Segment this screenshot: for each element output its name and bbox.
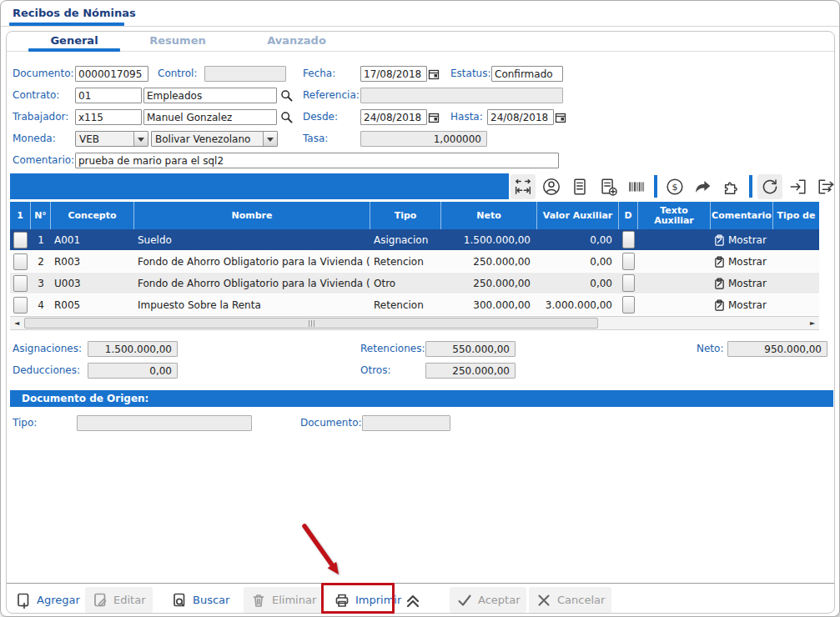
- comentario-input[interactable]: prueba de mario para el sql2: [75, 153, 559, 168]
- user-icon[interactable]: [539, 174, 564, 199]
- trabajador-name-input[interactable]: Manuel Gonzalez: [143, 109, 277, 125]
- mostrar-button[interactable]: Mostrar: [714, 278, 767, 289]
- moneda-label: Moneda:: [13, 131, 56, 147]
- agregar-button[interactable]: Agregar: [8, 587, 87, 613]
- buscar-button[interactable]: Buscar: [164, 587, 236, 613]
- puzzle-icon[interactable]: [719, 174, 744, 199]
- eliminar-button[interactable]: Eliminar: [244, 587, 323, 613]
- d-button[interactable]: [622, 296, 635, 314]
- d-button[interactable]: [622, 253, 635, 270]
- table-row[interactable]: 2 R003 Fondo de Ahorro Obligatorio para …: [10, 251, 819, 273]
- cell-tipo-de: [773, 251, 819, 272]
- currency-icon[interactable]: $: [662, 174, 687, 199]
- scrollbar-thumb[interactable]: [24, 318, 598, 329]
- row-selector-button[interactable]: [13, 253, 28, 270]
- aceptar-button[interactable]: Aceptar: [450, 587, 526, 613]
- forward-arrow-icon[interactable]: [691, 174, 716, 199]
- column-header-comentario[interactable]: Comentario: [711, 202, 773, 229]
- column-header-concepto[interactable]: Concepto: [51, 202, 134, 229]
- mostrar-button[interactable]: Mostrar: [714, 234, 767, 246]
- d-button[interactable]: [622, 274, 635, 292]
- estatus-label: Estatus:: [450, 66, 491, 82]
- column-header-tipo-de[interactable]: Tipo de: [773, 202, 819, 229]
- column-header-texto-auxiliar[interactable]: Texto Auxiliar: [638, 202, 711, 229]
- page-title: Recibos de Nóminas: [13, 7, 136, 19]
- origin-tipo-input[interactable]: [77, 415, 252, 431]
- row-selector-button[interactable]: [13, 297, 28, 314]
- trabajador-search-icon[interactable]: [280, 111, 293, 126]
- column-header-nombre[interactable]: Nombre: [134, 202, 370, 229]
- row-selector-cell: [10, 294, 31, 315]
- editar-button[interactable]: Editar: [85, 587, 153, 613]
- cell-comentario: Mostrar: [711, 294, 773, 315]
- tasa-input[interactable]: 1,000000: [360, 131, 487, 147]
- column-header-d[interactable]: D: [619, 202, 638, 229]
- trash-icon: [250, 592, 267, 609]
- close-icon: [536, 592, 552, 609]
- tab-avanzado[interactable]: Avanzado: [249, 34, 345, 47]
- referencia-input[interactable]: [360, 88, 563, 103]
- row-selector-cell: [10, 273, 31, 293]
- origin-documento-input[interactable]: [362, 415, 450, 431]
- mostrar-button[interactable]: Mostrar: [714, 299, 767, 311]
- fecha-input[interactable]: 17/08/2018: [360, 66, 427, 82]
- active-tab-underline: [28, 48, 120, 52]
- control-input[interactable]: [204, 66, 286, 82]
- eliminar-label: Eliminar: [272, 594, 316, 606]
- document-add-icon[interactable]: [596, 174, 621, 199]
- column-header-selector[interactable]: 1: [10, 202, 31, 229]
- column-header-valor-auxiliar[interactable]: Valor Auxiliar: [537, 202, 619, 229]
- moneda-name-select[interactable]: Bolivar Venezolano: [151, 131, 278, 147]
- column-header-num[interactable]: N°: [31, 202, 51, 229]
- scroll-left-arrow-icon[interactable]: ◄: [10, 317, 23, 329]
- column-header-neto[interactable]: Neto: [441, 202, 537, 229]
- documento-input[interactable]: 0000017095: [75, 66, 148, 82]
- deducciones-value: 0,00: [88, 363, 178, 379]
- barcode-icon[interactable]: [624, 174, 649, 199]
- tab-resumen[interactable]: Resumen: [132, 34, 224, 47]
- title-separator: [1, 26, 839, 27]
- chevron-down-icon[interactable]: [263, 132, 277, 146]
- contrato-name-input[interactable]: Empleados: [143, 88, 277, 103]
- import-icon[interactable]: [786, 174, 811, 199]
- cell-concepto: U003: [51, 273, 134, 293]
- cell-num: 2: [31, 251, 51, 272]
- agregar-label: Agregar: [37, 594, 80, 606]
- d-button[interactable]: [622, 231, 635, 248]
- otros-value: 250.000,00: [425, 363, 516, 379]
- column-header-tipo[interactable]: Tipo: [370, 202, 441, 229]
- row-selector-button[interactable]: [13, 275, 28, 292]
- fecha-calendar-icon[interactable]: [428, 68, 440, 83]
- table-row[interactable]: 1 A001 Sueldo Asignacion 1.500.000,00 0,…: [10, 229, 819, 251]
- collapse-toolbar-button[interactable]: [400, 587, 425, 613]
- document-icon[interactable]: [567, 174, 592, 199]
- moneda-code-select[interactable]: VEB: [75, 131, 148, 147]
- cell-comentario: Mostrar: [711, 229, 773, 250]
- scroll-right-arrow-icon[interactable]: ►: [806, 317, 819, 329]
- cancelar-button[interactable]: Cancelar: [529, 587, 611, 613]
- refresh-icon[interactable]: [757, 174, 782, 199]
- desde-input[interactable]: 24/08/2018: [360, 109, 427, 125]
- concepts-table: 1 N° Concepto Nombre Tipo Neto Valor Aux…: [10, 202, 819, 330]
- origin-section-header: Documento de Origen:: [10, 390, 833, 407]
- table-row[interactable]: 3 U003 Fondo de Ahorro Obligatorio para …: [10, 273, 819, 294]
- hasta-input[interactable]: 24/08/2018: [487, 109, 554, 125]
- cell-d: [619, 294, 638, 315]
- contrato-code-input[interactable]: 01: [75, 88, 142, 103]
- export-icon[interactable]: [814, 174, 839, 199]
- horizontal-scrollbar[interactable]: ◄ ►: [10, 316, 819, 330]
- contrato-search-icon[interactable]: [280, 89, 293, 104]
- mostrar-button[interactable]: Mostrar: [714, 256, 767, 268]
- annotation-highlight-box: [321, 583, 395, 614]
- cell-num: 4: [31, 294, 51, 315]
- table-row[interactable]: 4 R005 Impuesto Sobre la Renta Retencion…: [10, 294, 819, 316]
- chevron-down-icon[interactable]: [133, 132, 148, 146]
- hasta-calendar-icon[interactable]: [555, 112, 566, 126]
- desde-calendar-icon[interactable]: [428, 112, 440, 126]
- cell-neto: 1.500.000,00: [441, 229, 537, 250]
- fit-columns-icon[interactable]: [511, 174, 536, 199]
- row-selector-button[interactable]: [13, 232, 28, 248]
- trabajador-code-input[interactable]: x115: [75, 109, 142, 125]
- main-panel: General Resumen Avanzado Documento: 0000…: [6, 31, 835, 614]
- tab-general[interactable]: General: [28, 34, 120, 47]
